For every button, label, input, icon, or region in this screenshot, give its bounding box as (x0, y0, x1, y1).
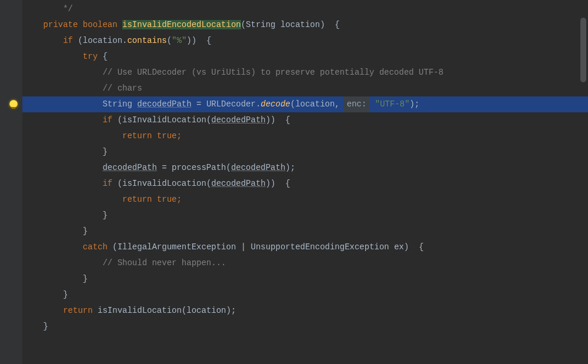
method-call: isInvalidLocation (122, 115, 206, 125)
brace: } (83, 226, 88, 236)
comment-text: */ (58, 4, 73, 14)
comment-text: // Use URLDecoder (vs UriUtils) to prese… (102, 68, 443, 77)
variable: decodedPath (211, 115, 265, 125)
brace: } (102, 211, 107, 220)
code-line: } (22, 271, 588, 287)
identifier: ex (394, 242, 404, 252)
variable: decodedPath (211, 179, 265, 188)
keyword: if (102, 115, 112, 125)
operator: = (157, 163, 172, 172)
string-literal: "UTF-8" (370, 99, 409, 109)
code-line: return true; (22, 128, 588, 144)
code-line: */ (22, 1, 588, 17)
type: String (102, 99, 132, 109)
code-line: return isInvalidLocation(location); (22, 303, 588, 319)
method-name-highlight: isInvalidEncodedLocation (122, 20, 241, 29)
code-line: // Should never happen... (22, 255, 588, 271)
code-line: } (22, 208, 588, 223)
keyword: return true (122, 131, 176, 141)
keyword: return true (122, 195, 176, 204)
method-call: isInvalidLocation (98, 306, 182, 315)
code-editor[interactable]: */ private boolean isInvalidEncodedLocat… (0, 0, 588, 364)
vertical-scrollbar[interactable] (580, 0, 586, 364)
scrollbar-thumb[interactable] (580, 18, 586, 82)
method-call: processPath (172, 163, 226, 172)
code-line: decodedPath = processPath(decodedPath); (22, 160, 588, 176)
class-name: UnsupportedEncodingException (251, 242, 389, 252)
keyword: return (63, 306, 92, 315)
code-line: } (22, 319, 588, 335)
code-line: catch (IllegalArgumentException | Unsupp… (22, 239, 588, 255)
code-line: return true; (22, 192, 588, 208)
variable: decodedPath (102, 163, 156, 172)
brace: } (83, 274, 88, 283)
code-line: if (isInvalidLocation(decodedPath)) { (22, 112, 588, 128)
brace: } (44, 322, 48, 331)
code-line: private boolean isInvalidEncodedLocation… (22, 17, 588, 33)
string-literal: "%" (172, 36, 186, 45)
keyword: private (44, 20, 78, 29)
code-line: // chars (22, 81, 588, 96)
identifier: location (83, 36, 122, 45)
keyword: if (63, 36, 73, 45)
code-line: try { (22, 49, 588, 65)
code-line-highlighted: String decodedPath = URLDecoder.decode(l… (22, 96, 588, 112)
method-call: isInvalidLocation (122, 179, 206, 188)
keyword: if (102, 179, 112, 188)
class-name: URLDecoder (206, 99, 256, 109)
editor-gutter (0, 0, 22, 364)
code-area[interactable]: */ private boolean isInvalidEncodedLocat… (22, 0, 588, 335)
identifier: location (186, 306, 226, 315)
variable: decodedPath (137, 99, 191, 109)
identifier: location (280, 20, 320, 29)
keyword: try (83, 52, 98, 61)
code-line: if (location.contains("%")) { (22, 33, 588, 49)
brace: } (102, 147, 107, 156)
code-line: } (22, 223, 588, 239)
code-line: } (22, 287, 588, 303)
identifier: location (295, 99, 335, 109)
code-line: } (22, 144, 588, 160)
method-call: decode (260, 99, 290, 109)
code-line: if (isInvalidLocation(decodedPath)) { (22, 176, 588, 192)
method-call: contains (127, 36, 166, 45)
keyword: boolean (83, 20, 118, 29)
type: String (246, 20, 275, 29)
comment-text: // chars (102, 84, 142, 93)
keyword: catch (83, 242, 108, 252)
brace: } (63, 290, 68, 299)
param-hint: enc: (343, 96, 370, 112)
code-line: // Use URLDecoder (vs UriUtils) to prese… (22, 65, 588, 81)
operator: = (192, 99, 206, 109)
class-name: IllegalArgumentException (118, 242, 236, 252)
variable: decodedPath (231, 163, 285, 172)
comment-text: // Should never happen... (102, 258, 226, 268)
lightbulb-icon[interactable] (9, 100, 18, 108)
param-hint-label: enc: (347, 99, 367, 109)
